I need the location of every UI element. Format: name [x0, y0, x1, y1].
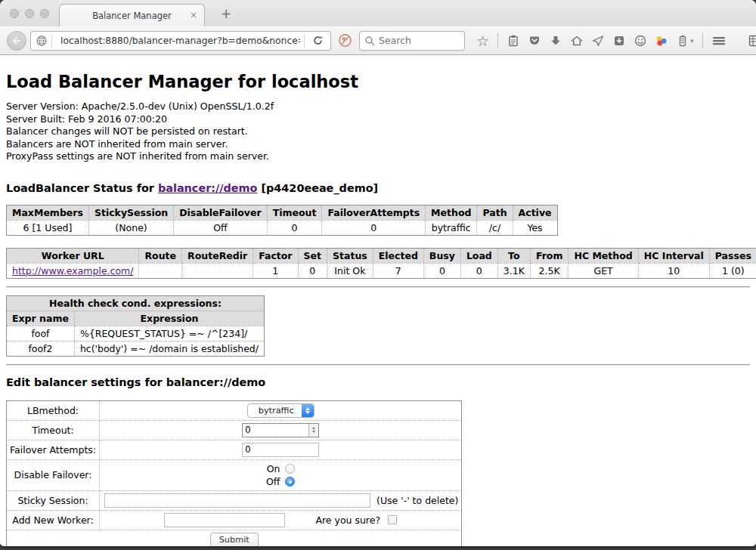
status-heading-suffix: [p4420eeae_demo]	[257, 182, 378, 194]
hamburger-icon	[711, 34, 727, 48]
worker-status-table: Worker URL Route RouteRedir Factor Set S…	[6, 248, 756, 279]
col-expr-name: Expr name	[7, 311, 75, 326]
navigation-toolbar: localhost:8880/balancer-manager?b=demo&n…	[0, 26, 756, 55]
download-box-icon	[612, 34, 626, 48]
timeout-input[interactable]	[243, 424, 308, 437]
submit-button[interactable]: Submit	[210, 533, 259, 546]
toolbar-divider2	[702, 33, 703, 48]
form-row-lbmethod: LBmethod: bytraffic	[7, 400, 462, 420]
form-row-timeout: Timeout:	[7, 420, 462, 440]
col-maxmembers: MaxMembers	[7, 205, 89, 220]
clipboard-button[interactable]	[503, 32, 524, 50]
worker-url-link[interactable]: http://www.example.com/	[12, 265, 133, 277]
chevron-down-icon: ▾	[690, 37, 694, 45]
downloads-button[interactable]	[545, 32, 566, 50]
disable-failover-group: On Off	[266, 462, 295, 488]
form-row-submit: Submit	[7, 530, 462, 546]
window-zoom-button[interactable]	[40, 9, 49, 18]
col-timeout: Timeout	[267, 205, 322, 220]
off-label: Off	[266, 476, 280, 487]
are-you-sure-checkbox[interactable]	[388, 515, 397, 524]
table-header-row: Expr name Expression	[7, 311, 265, 326]
toolbar-divider	[497, 33, 498, 48]
disable-failover-label: Disable Failover:	[7, 459, 100, 490]
table-title-row: Health check cond. expressions:	[7, 295, 265, 311]
window-controls	[10, 9, 49, 18]
table-row: foof %{REQUEST_STATUS} =~ /^[234]/	[7, 326, 265, 341]
select-stepper-icon	[302, 404, 314, 417]
col-active: Active	[513, 205, 557, 220]
toolbar-buttons: ☆	[472, 32, 708, 50]
lbmethod-selected-value: bytraffic	[248, 404, 302, 417]
search-input[interactable]	[379, 35, 460, 46]
divider	[6, 364, 750, 366]
col-disablefailover: DisableFailover	[174, 205, 267, 220]
tab-title: Balancer Manager	[92, 11, 172, 21]
home-button[interactable]	[566, 32, 587, 50]
lbmethod-label: LBmethod:	[7, 400, 100, 420]
send-button[interactable]	[587, 32, 609, 50]
search-icon	[364, 36, 375, 46]
col-stickysession: StickySession	[88, 205, 173, 220]
download-arrow-icon	[549, 34, 562, 48]
color-dots-icon	[655, 34, 668, 48]
colors-button[interactable]	[651, 32, 672, 50]
are-you-sure-label: Are you sure?	[315, 514, 380, 526]
add-worker-input[interactable]	[164, 513, 285, 527]
download-box-button[interactable]	[609, 32, 630, 50]
battery-button[interactable]: ▾	[672, 32, 698, 50]
page-title: Load Balancer Manager for localhost	[6, 72, 750, 91]
url-text[interactable]: localhost:8880/balancer-manager?b=demo&n…	[60, 36, 300, 46]
lbmethod-select[interactable]: bytraffic	[247, 403, 314, 418]
number-spinner-icon[interactable]	[308, 424, 318, 437]
health-table-title: Health check cond. expressions:	[7, 295, 265, 311]
new-tab-button[interactable]: +	[215, 5, 237, 23]
on-radio[interactable]	[285, 464, 295, 474]
panel-button[interactable]	[744, 32, 756, 50]
on-label: On	[267, 463, 280, 474]
url-bar[interactable]: localhost:8880/balancer-manager?b=demo&n…	[30, 31, 331, 51]
browser-window: Balancer Manager × + localhost:8880/bala…	[0, 0, 756, 546]
menu-button[interactable]	[708, 32, 730, 50]
bookmark-star-button[interactable]: ☆	[472, 32, 493, 50]
window-close-button[interactable]	[10, 9, 19, 18]
timeout-field-wrap	[242, 423, 319, 437]
battery-icon	[676, 34, 689, 48]
globe-icon	[36, 35, 48, 47]
status-heading: LoadBalancer Status for balancer://demo …	[6, 182, 750, 194]
col-worker-url: Worker URL	[7, 248, 139, 263]
balancer-demo-link[interactable]: balancer://demo	[158, 182, 258, 194]
sticky-session-input[interactable]	[104, 493, 370, 508]
search-bar[interactable]	[359, 31, 465, 51]
page-content: Load Balancer Manager for localhost Serv…	[0, 55, 756, 546]
clipboard-icon	[507, 34, 520, 48]
edit-balancer-form: LBmethod: bytraffic Timeout:	[6, 400, 462, 546]
feedback-button[interactable]	[630, 32, 651, 50]
failover-attempts-input[interactable]	[242, 443, 319, 457]
inherit-note: Balancers are NOT inherited from main se…	[6, 138, 750, 151]
back-button[interactable]	[7, 31, 26, 51]
off-radio[interactable]	[285, 477, 295, 487]
table-row: 6 [1 Used] (None) Off 0 0 bytraffic /c/ …	[7, 220, 558, 235]
home-icon	[570, 34, 584, 48]
tab-balancer-manager[interactable]: Balancer Manager ×	[59, 4, 205, 26]
pocket-icon	[528, 34, 541, 48]
pocket-button[interactable]	[524, 32, 545, 50]
reload-button[interactable]	[308, 32, 327, 48]
send-plane-icon	[591, 34, 605, 48]
timeout-label: Timeout:	[7, 420, 100, 440]
tab-close-icon[interactable]: ×	[190, 11, 197, 20]
table-row: foof2 hc('body') =~ /domain is establish…	[7, 341, 265, 356]
block-button[interactable]	[338, 33, 352, 48]
urlbar-divider	[51, 34, 52, 48]
window-minimize-button[interactable]	[25, 9, 34, 18]
col-method: Method	[426, 205, 477, 220]
star-icon: ☆	[476, 34, 489, 48]
back-arrow-icon	[11, 36, 22, 46]
form-row-add-worker: Add New Worker: Are you sure?	[7, 510, 462, 530]
sticky-session-label: Sticky Session:	[7, 490, 100, 510]
server-built: Server Built: Feb 9 2016 07:00:20	[6, 113, 750, 126]
blocked-icon	[338, 33, 352, 48]
balancer-status-table: MaxMembers StickySession DisableFailover…	[6, 205, 558, 236]
table-header-row: Worker URL Route RouteRedir Factor Set S…	[7, 248, 756, 263]
